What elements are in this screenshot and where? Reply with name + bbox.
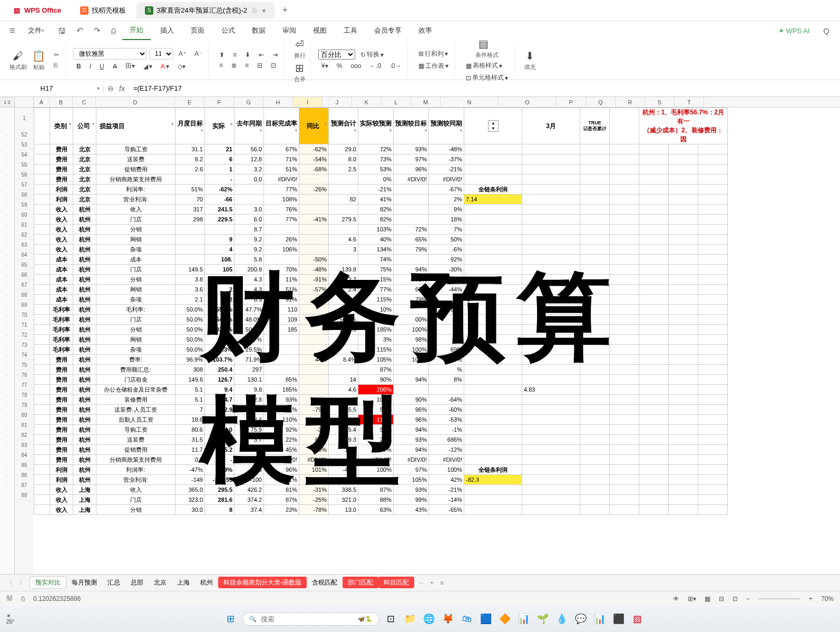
cell[interactable]: 00% xyxy=(394,315,429,325)
cell[interactable] xyxy=(394,305,429,315)
taskbar-search-input[interactable] xyxy=(261,615,354,623)
cell[interactable]: 8.0 xyxy=(329,154,358,164)
cell[interactable]: 93% xyxy=(394,144,429,154)
cell[interactable] xyxy=(464,205,522,215)
cell[interactable]: 51% xyxy=(264,164,299,174)
cell[interactable]: 上海 xyxy=(73,495,96,505)
italic-button[interactable]: I xyxy=(86,62,94,71)
cell[interactable]: 2.6 xyxy=(175,164,205,174)
cell[interactable]: -1% xyxy=(429,425,464,435)
cell[interactable]: 毛利率 xyxy=(50,345,73,355)
cell[interactable]: 杭州 xyxy=(73,395,96,405)
align-left-button[interactable]: ≡ xyxy=(216,61,226,70)
cell[interactable]: 69% xyxy=(429,345,464,355)
cell[interactable]: 杭州 xyxy=(73,405,96,415)
cell[interactable]: 10% xyxy=(358,305,394,315)
weather-widget[interactable]: ☀ 25° xyxy=(6,613,14,625)
cell[interactable]: 北京 xyxy=(73,174,96,184)
cell[interactable]: - xyxy=(205,174,235,184)
cell[interactable] xyxy=(522,235,580,245)
cell[interactable]: 365.0 xyxy=(175,485,205,495)
cell[interactable]: 11.0 xyxy=(329,445,358,455)
col-J[interactable]: J xyxy=(323,97,352,107)
filter-icon[interactable]: ▾ xyxy=(230,122,232,127)
grid[interactable]: 类别▾ 公司▾ 损益项目▾ 月度目标▾ 实际▾ 去年同期▾ 目标完成率▾ 同比▾… xyxy=(34,108,728,574)
cell[interactable]: 94% xyxy=(394,425,429,435)
cell[interactable]: -46% xyxy=(299,415,329,425)
cell[interactable] xyxy=(464,305,522,315)
app-icon-2[interactable]: 🔶 xyxy=(497,611,512,626)
filter-icon[interactable]: ▾ xyxy=(260,128,262,133)
start-button[interactable]: ⊞ xyxy=(223,611,238,626)
paste-button[interactable]: 📋 xyxy=(29,48,48,63)
align-center-button[interactable]: ≣ xyxy=(228,61,240,70)
cell[interactable]: 7 xyxy=(175,405,205,415)
col-F[interactable]: F xyxy=(204,97,234,107)
cell[interactable]: 杭州 xyxy=(73,315,96,325)
cell[interactable]: 50% xyxy=(429,235,464,245)
cell[interactable]: 收入 xyxy=(50,495,73,505)
cell[interactable]: 杭州 xyxy=(73,245,96,255)
wrap-button[interactable]: ⏎ xyxy=(292,37,307,52)
cell[interactable]: 98% xyxy=(394,335,429,345)
cell[interactable] xyxy=(394,385,429,395)
bold-button[interactable]: B xyxy=(73,62,84,71)
cell[interactable]: 121% xyxy=(264,475,299,485)
cell[interactable] xyxy=(299,315,329,325)
cell[interactable] xyxy=(464,345,522,355)
cell[interactable] xyxy=(464,395,522,405)
cell[interactable] xyxy=(329,184,358,195)
cell[interactable]: 149.5 xyxy=(175,265,205,275)
cell[interactable]: 杭州 xyxy=(73,365,96,375)
cell[interactable]: 5.2 xyxy=(205,445,235,455)
sheet-tab[interactable]: 科目余额表划分大类-函数版 xyxy=(218,577,307,588)
menu-view[interactable]: 视图 xyxy=(306,21,334,40)
cell[interactable]: 3.6 xyxy=(175,285,205,295)
cell[interactable]: 50.0% xyxy=(175,305,205,315)
cell[interactable]: 88% xyxy=(358,495,394,505)
cell[interactable]: 杭州 xyxy=(73,445,96,455)
cell[interactable]: 促销费用 xyxy=(96,164,175,174)
cell[interactable] xyxy=(522,255,580,265)
spinner[interactable]: ▴▾ xyxy=(488,120,499,132)
cell[interactable]: 4 xyxy=(205,245,235,255)
cell[interactable]: 4.6 xyxy=(329,385,358,395)
cell[interactable] xyxy=(522,405,580,415)
number-format-select[interactable]: 百分比 xyxy=(318,50,355,60)
cell[interactable]: 67% xyxy=(264,144,299,154)
cell[interactable]: 3.0 xyxy=(235,205,264,215)
cell[interactable]: 收入 xyxy=(96,205,175,215)
cell[interactable]: 109% xyxy=(358,315,394,325)
cell[interactable] xyxy=(464,485,522,495)
firefox-icon[interactable]: 🦊 xyxy=(441,611,455,626)
cell[interactable] xyxy=(522,375,580,385)
menu-start[interactable]: 开始 xyxy=(122,21,151,40)
cell[interactable]: 成本 xyxy=(50,285,73,295)
cell[interactable] xyxy=(299,245,329,255)
cell[interactable]: 1 xyxy=(205,164,235,174)
cell[interactable]: 上海 xyxy=(73,485,96,495)
cell[interactable]: 81% xyxy=(264,485,299,495)
tablestyle-button[interactable]: ▦ 表格样式▾ xyxy=(463,60,511,71)
sheet-tab[interactable]: 预实对比 xyxy=(30,576,66,589)
col-Q[interactable]: Q xyxy=(586,97,616,107)
cell[interactable]: 网销 xyxy=(96,335,175,345)
filter-icon[interactable]: ▾ xyxy=(425,128,427,133)
cell[interactable]: 费用 xyxy=(50,385,73,395)
cell[interactable]: -49% xyxy=(205,465,235,475)
cell[interactable] xyxy=(522,495,580,505)
cell[interactable]: -9% xyxy=(429,335,464,345)
cell[interactable]: 279.5 xyxy=(329,215,358,225)
rowcol-button[interactable]: ⊞ 行和列▾ xyxy=(415,48,452,60)
col-G[interactable]: G xyxy=(234,97,263,107)
app-icon-3[interactable]: 📊 xyxy=(516,611,531,626)
cell[interactable]: 杭州 xyxy=(73,355,96,365)
cell[interactable]: -62% xyxy=(205,184,235,195)
cell[interactable] xyxy=(329,345,358,355)
cell[interactable]: 72% xyxy=(358,144,394,154)
cell[interactable]: 93% xyxy=(394,485,429,495)
cell[interactable]: 毛利率 xyxy=(50,325,73,335)
cell[interactable]: 装修费用 xyxy=(96,395,175,405)
cell[interactable]: 87% xyxy=(429,355,464,365)
cell[interactable]: -48% xyxy=(299,265,329,275)
